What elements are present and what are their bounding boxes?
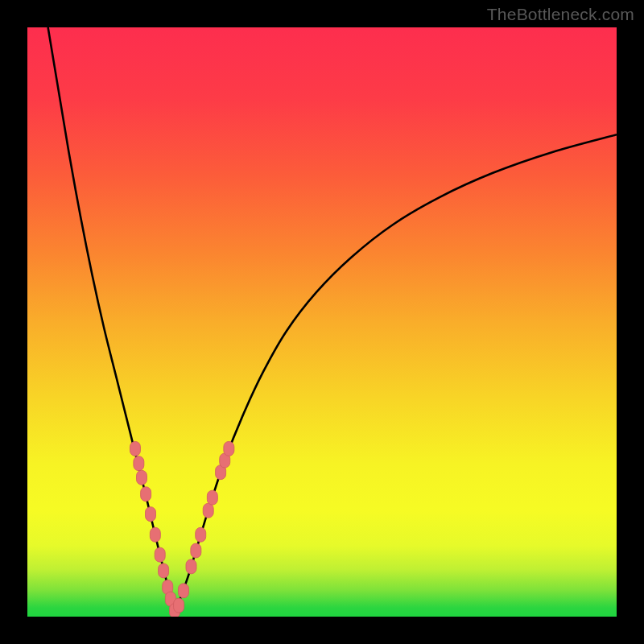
plot-area xyxy=(27,27,617,617)
data-marker xyxy=(137,470,147,485)
data-marker xyxy=(145,507,155,522)
chart-svg xyxy=(27,27,617,617)
data-marker xyxy=(207,490,217,505)
watermark-text: TheBottleneck.com xyxy=(487,5,634,24)
data-marker xyxy=(178,584,188,598)
data-marker xyxy=(174,598,184,613)
data-marker xyxy=(191,543,201,558)
marker-layer xyxy=(130,441,233,617)
data-marker xyxy=(130,441,140,456)
data-marker xyxy=(159,564,169,578)
data-marker xyxy=(203,503,213,518)
data-marker xyxy=(155,547,165,562)
data-marker xyxy=(224,441,234,456)
data-marker xyxy=(134,456,144,471)
data-marker xyxy=(186,559,196,574)
curve-right-branch xyxy=(175,134,617,613)
curve-left-branch xyxy=(48,27,175,613)
data-marker xyxy=(150,527,160,542)
data-marker xyxy=(196,527,206,542)
data-marker xyxy=(141,487,151,502)
